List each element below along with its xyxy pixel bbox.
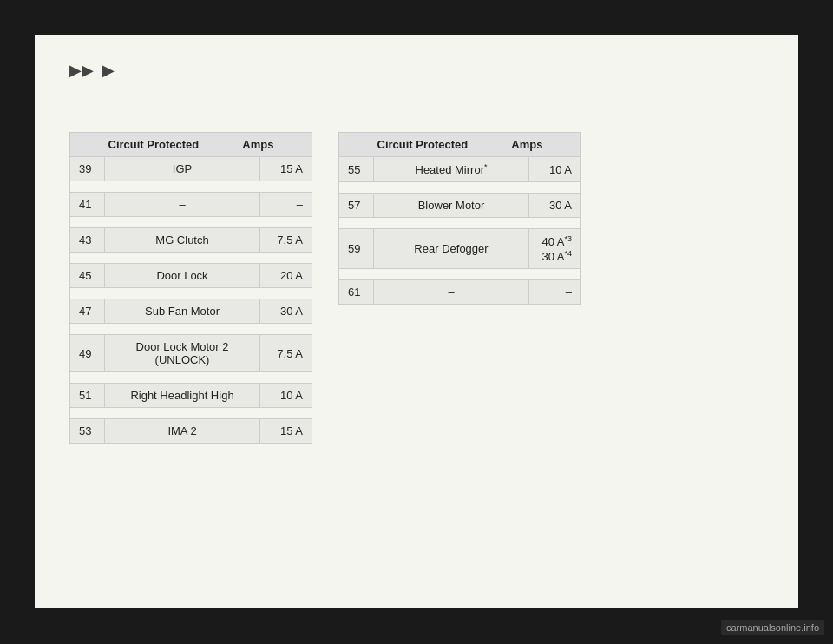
spacer-row bbox=[70, 181, 312, 193]
fuse-amps: 7.5 A bbox=[260, 228, 312, 253]
fuse-circuit: Rear Defogger bbox=[374, 229, 529, 269]
spacer-row bbox=[339, 218, 581, 229]
fuse-amps: – bbox=[529, 279, 581, 304]
fuse-circuit: – bbox=[374, 279, 529, 304]
fuse-id: 61 bbox=[339, 279, 374, 304]
fuse-amps: 30 A bbox=[260, 299, 312, 324]
spacer-row bbox=[70, 324, 312, 335]
table-row: 59 Rear Defogger 40 A*330 A*4 bbox=[339, 229, 581, 269]
table-row: 55 Heated Mirror* 10 A bbox=[339, 157, 581, 182]
left-col1-header: Circuit Protected bbox=[108, 138, 200, 151]
superscript: * bbox=[484, 162, 488, 171]
fuse-amps: – bbox=[260, 193, 312, 217]
table-row: 53 IMA 2 15 A bbox=[70, 419, 312, 444]
right-table-header: Circuit Protected Amps bbox=[339, 133, 581, 157]
fuse-id: 49 bbox=[70, 335, 105, 372]
fuse-amps: 10 A bbox=[529, 157, 581, 182]
fuse-circuit: Door Lock Motor 2(UNLOCK) bbox=[105, 335, 260, 372]
fuse-circuit: Door Lock bbox=[105, 264, 260, 288]
spacer-row bbox=[339, 268, 581, 279]
fuse-id: 53 bbox=[70, 419, 105, 444]
fuse-circuit: Right Headlight High bbox=[105, 384, 260, 408]
table-row: 51 Right Headlight High 10 A bbox=[70, 384, 312, 408]
table-row: 45 Door Lock 20 A bbox=[70, 264, 312, 288]
fuse-amps: 10 A bbox=[260, 384, 312, 408]
fuse-id: 57 bbox=[339, 194, 374, 218]
watermark: carmanualsonline.info bbox=[721, 620, 824, 635]
fuse-id: 59 bbox=[339, 229, 374, 269]
page-content: ▶▶ ▶ Circuit Protected Amps 39 IGP bbox=[35, 35, 798, 608]
spacer-row bbox=[70, 217, 312, 228]
spacer-row bbox=[70, 372, 312, 384]
forward-icon: ▶ bbox=[102, 61, 115, 80]
fuse-circuit: Blower Motor bbox=[374, 194, 529, 218]
fuse-id: 43 bbox=[70, 228, 105, 253]
fuse-amps: 15 A bbox=[260, 419, 312, 444]
right-col2-header: Amps bbox=[511, 138, 542, 151]
left-fuse-table: Circuit Protected Amps 39 IGP 15 A 41 – bbox=[69, 132, 312, 444]
fuse-id: 39 bbox=[70, 157, 105, 181]
fuse-circuit: – bbox=[105, 193, 260, 217]
fuse-id: 45 bbox=[70, 264, 105, 288]
table-row: 41 – – bbox=[70, 193, 312, 217]
table-row: 39 IGP 15 A bbox=[70, 157, 312, 181]
fuse-circuit: IMA 2 bbox=[105, 419, 260, 444]
fuse-amps: 40 A*330 A*4 bbox=[529, 229, 581, 269]
nav-icons: ▶▶ ▶ bbox=[69, 61, 764, 80]
right-col1-header: Circuit Protected bbox=[377, 138, 469, 151]
fuse-circuit: Sub Fan Motor bbox=[105, 299, 260, 324]
fuse-id: 47 bbox=[70, 299, 105, 324]
fuse-id: 55 bbox=[339, 157, 374, 182]
table-row: 43 MG Clutch 7.5 A bbox=[70, 228, 312, 253]
fast-forward-icon: ▶▶ bbox=[69, 61, 94, 80]
right-fuse-table: Circuit Protected Amps 55 Heated Mirror*… bbox=[338, 132, 581, 305]
spacer-row bbox=[70, 288, 312, 299]
tables-container: Circuit Protected Amps 39 IGP 15 A 41 – bbox=[69, 132, 764, 444]
table-row: 49 Door Lock Motor 2(UNLOCK) 7.5 A bbox=[70, 335, 312, 372]
fuse-circuit: IGP bbox=[105, 157, 260, 181]
fuse-amps: 30 A bbox=[529, 194, 581, 218]
superscript: *4 bbox=[564, 249, 572, 258]
fuse-id: 41 bbox=[70, 193, 105, 217]
fuse-circuit: MG Clutch bbox=[105, 228, 260, 253]
fuse-amps: 20 A bbox=[260, 264, 312, 288]
left-table-header: Circuit Protected Amps bbox=[70, 133, 312, 157]
spacer-row bbox=[70, 253, 312, 264]
fuse-amps: 7.5 A bbox=[260, 335, 312, 372]
spacer-row bbox=[70, 408, 312, 419]
table-row: 47 Sub Fan Motor 30 A bbox=[70, 299, 312, 324]
fuse-id: 51 bbox=[70, 384, 105, 408]
fuse-amps: 15 A bbox=[260, 157, 312, 181]
superscript: *3 bbox=[564, 234, 572, 243]
table-row: 57 Blower Motor 30 A bbox=[339, 194, 581, 218]
table-row: 61 – – bbox=[339, 279, 581, 304]
left-col2-header: Amps bbox=[242, 138, 273, 151]
spacer-row bbox=[339, 182, 581, 194]
fuse-circuit: Heated Mirror* bbox=[374, 157, 529, 182]
